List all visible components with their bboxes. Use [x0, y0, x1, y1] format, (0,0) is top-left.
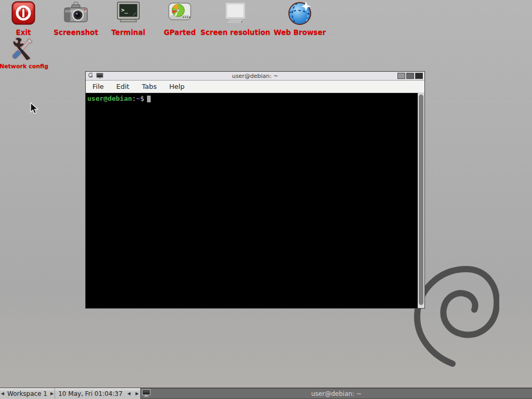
desktop-icon-label: Screen resolution: [201, 28, 270, 36]
debian-swirl-mini-icon: [87, 71, 94, 81]
desktop-icon-network-config[interactable]: Network config: [0, 35, 50, 70]
globe-icon: [287, 1, 312, 25]
switcher-left-icon[interactable]: ◀: [127, 391, 130, 396]
desktop-icon-label: Screenshot: [54, 28, 98, 36]
disk-partition-icon: [167, 1, 192, 25]
workspace-pager[interactable]: ◀ Workspace 1 ▶: [0, 388, 55, 399]
workspace-prev-icon[interactable]: ◀: [1, 391, 4, 396]
mouse-cursor: [30, 102, 40, 117]
desktop-icon-exit[interactable]: Exit: [8, 1, 39, 36]
window-title: user@debian: ~: [125, 73, 385, 79]
terminal-cursor: [147, 96, 151, 102]
prompt-colon: :: [132, 95, 136, 102]
maximize-button[interactable]: [406, 73, 414, 79]
camera-icon: [63, 1, 88, 25]
terminal-window: user@debian: ~ File Edit Tabs Help user@…: [85, 71, 425, 309]
close-button[interactable]: [415, 73, 423, 79]
minimize-button[interactable]: [397, 73, 405, 79]
monitor-icon: [223, 1, 248, 25]
terminal-prompt-line: user@debian:~$: [86, 93, 418, 308]
taskbar: ◀ Workspace 1 ▶ 10 May, Fri 01:04:37 ◀ ▶…: [0, 388, 532, 399]
menubar: File Edit Tabs Help: [86, 81, 424, 93]
titlebar[interactable]: user@debian: ~: [86, 72, 424, 81]
desktop-icon-gparted[interactable]: GParted: [156, 1, 203, 36]
clock: 10 May, Fri 01:04:37: [55, 388, 126, 399]
terminal-content[interactable]: user@debian:~$: [86, 93, 424, 308]
menu-edit[interactable]: Edit: [115, 82, 130, 91]
scrollbar-track[interactable]: [418, 93, 424, 308]
scrollbar-thumb[interactable]: [419, 95, 423, 305]
prompt-dollar: $: [140, 95, 144, 102]
taskbar-window-title: user@debian: ~: [141, 390, 532, 397]
desktop-icon-label: Terminal: [111, 28, 145, 36]
power-icon: [11, 1, 36, 25]
desktop-icon-web-browser[interactable]: Web Browser: [269, 1, 331, 36]
terminal-app-mini-icon: [96, 71, 103, 81]
taskbar-window-button[interactable]: user@debian: ~: [140, 388, 532, 399]
menu-tabs[interactable]: Tabs: [141, 82, 158, 91]
menu-help[interactable]: Help: [168, 82, 186, 91]
prompt-path: ~: [136, 95, 140, 102]
desktop-icon-screen-resolution[interactable]: Screen resolution: [199, 1, 272, 36]
desktop-icon-terminal[interactable]: >_ Terminal: [105, 1, 152, 36]
debian-swirl-logo: [412, 261, 499, 369]
workspace-next-icon[interactable]: ▶: [50, 391, 54, 396]
svg-text:>_: >_: [121, 7, 128, 14]
menu-file[interactable]: File: [91, 82, 105, 91]
switcher-right-icon[interactable]: ▶: [136, 391, 139, 396]
desktop-icon-screenshot[interactable]: Screenshot: [47, 1, 104, 36]
workspace-label: Workspace 1: [7, 390, 47, 397]
desktop-icon-label: GParted: [164, 28, 196, 36]
desktop-icon-label: Network config: [0, 63, 48, 70]
desktop-icon-label: Web Browser: [274, 28, 326, 36]
terminal-icon: >_: [116, 1, 141, 25]
tools-icon: [11, 35, 36, 60]
prompt-user-host: user@debian: [87, 95, 132, 102]
